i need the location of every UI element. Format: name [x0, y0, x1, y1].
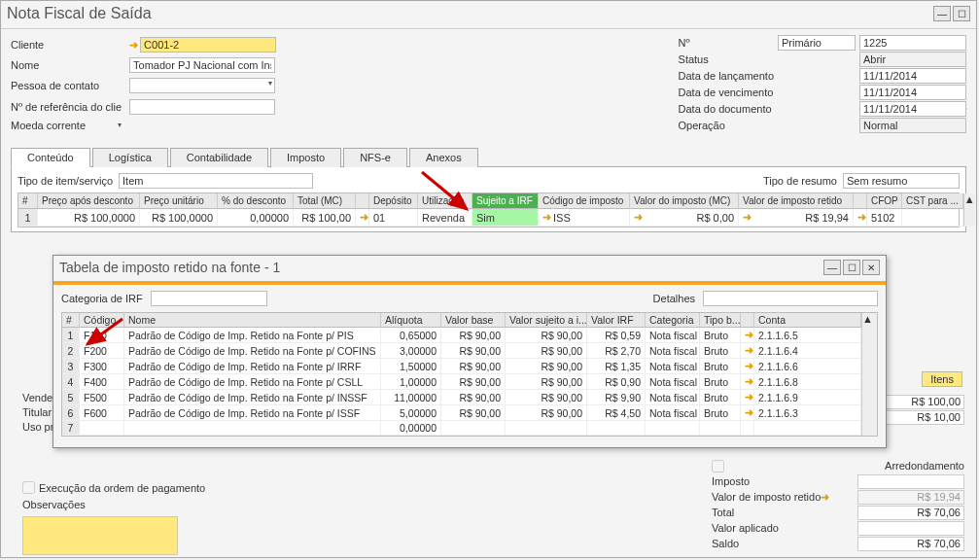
- irf-cell-conta[interactable]: 2.1.1.6.8: [754, 374, 861, 390]
- ref-input[interactable]: [129, 99, 275, 115]
- irf-cell-nome[interactable]: Padrão de Código de Imp. Retido na Fonte…: [124, 405, 381, 421]
- irf-cell-cod[interactable]: F200: [80, 343, 124, 359]
- irf-cell-irf[interactable]: [587, 421, 646, 436]
- irf-cell-tipo[interactable]: Bruto: [700, 390, 741, 405]
- irf-row-num[interactable]: 4: [62, 374, 80, 390]
- irf-cell-conta[interactable]: 2.1.1.6.6: [754, 359, 861, 374]
- cell-dep[interactable]: 01: [369, 209, 418, 227]
- irf-col-valorsuj[interactable]: Valor sujeito a i...: [506, 313, 587, 328]
- irf-row-num[interactable]: 2: [62, 343, 80, 359]
- irf-cell-cod[interactable]: F400: [80, 374, 124, 390]
- irf-col-aliquota[interactable]: Alíquota: [381, 313, 441, 328]
- irf-cell-suj[interactable]: R$ 90,00: [506, 359, 587, 374]
- irf-cell-conta[interactable]: [754, 421, 861, 436]
- irf-cell-irf[interactable]: R$ 1,35: [587, 359, 646, 374]
- col-cfop[interactable]: CFOP: [867, 193, 902, 209]
- tab-imposto[interactable]: Imposto: [270, 148, 341, 167]
- modal-minimize-button[interactable]: —: [823, 260, 841, 275]
- irf-cell-irf[interactable]: R$ 9,90: [587, 390, 646, 405]
- irf-col-valorirf[interactable]: Valor IRF: [587, 313, 646, 328]
- irf-cell-cod[interactable]: F500: [80, 390, 124, 405]
- irf-cell-nome[interactable]: Padrão de Código de Imp. Retido na Fonte…: [124, 374, 381, 390]
- obs-textarea[interactable]: [22, 516, 178, 555]
- irf-cell-suj[interactable]: R$ 90,00: [506, 374, 587, 390]
- tab-logistica[interactable]: Logística: [92, 148, 168, 167]
- irf-cell-aliq[interactable]: 1,50000: [381, 359, 441, 374]
- irf-cell-base[interactable]: R$ 90,00: [441, 374, 506, 390]
- col-valor-retido[interactable]: Valor de imposto retido: [739, 193, 854, 209]
- irf-row-num[interactable]: 6: [62, 405, 80, 421]
- irf-cell-tipo[interactable]: Bruto: [700, 328, 741, 343]
- irf-row[interactable]: 2F200Padrão de Código de Imp. Retido na …: [62, 343, 861, 359]
- link-arrow-icon[interactable]: ➜: [745, 329, 753, 341]
- irf-cell-irf[interactable]: R$ 0,90: [587, 374, 646, 390]
- irf-col-codigo[interactable]: Código: [80, 313, 124, 328]
- venc-input[interactable]: [859, 85, 966, 100]
- irf-cell-irf[interactable]: R$ 2,70: [587, 343, 646, 359]
- irf-cell-suj[interactable]: R$ 90,00: [506, 328, 587, 343]
- irf-cell-tipo[interactable]: Bruto: [700, 405, 741, 421]
- irf-col-conta[interactable]: Conta: [754, 313, 861, 328]
- tab-anexos[interactable]: Anexos: [409, 148, 478, 167]
- irf-cell-arrow[interactable]: ➜: [741, 405, 754, 421]
- irf-cell-arrow[interactable]: ➜: [741, 328, 754, 343]
- tab-nfse[interactable]: NFS-e: [343, 148, 407, 167]
- col-cod-imposto[interactable]: Código de imposto: [539, 193, 630, 209]
- exec-ordem-check[interactable]: [22, 481, 35, 494]
- irf-cell-arrow[interactable]: ➜: [741, 374, 754, 390]
- irf-cell-suj[interactable]: R$ 90,00: [506, 390, 587, 405]
- itens-button[interactable]: Itens: [922, 371, 962, 387]
- link-arrow-icon[interactable]: ➜: [745, 406, 753, 419]
- irf-cell-suj[interactable]: R$ 90,00: [506, 343, 587, 359]
- irf-cell-cat[interactable]: Nota fiscal: [646, 374, 700, 390]
- irf-row[interactable]: 6F600Padrão de Código de Imp. Retido na …: [62, 405, 861, 421]
- irf-cell-base[interactable]: R$ 90,00: [441, 405, 506, 421]
- irf-cell-tipo[interactable]: Bruto: [700, 374, 741, 390]
- num-input[interactable]: [859, 35, 966, 51]
- irf-row-num[interactable]: 5: [62, 390, 80, 405]
- cell-irf[interactable]: Sim: [472, 209, 539, 227]
- items-grid[interactable]: # Preço após desconto Preço unitário % d…: [17, 192, 960, 228]
- arred-check[interactable]: [712, 460, 724, 472]
- irf-cell-cod[interactable]: F300: [80, 359, 124, 374]
- detalhes-input[interactable]: [703, 291, 878, 306]
- irf-row[interactable]: 4F400Padrão de Código de Imp. Retido na …: [62, 374, 861, 390]
- cell-valret[interactable]: ➜R$ 19,94: [739, 209, 854, 227]
- maximize-button[interactable]: ☐: [953, 6, 970, 21]
- link-arrow-icon[interactable]: ➜: [360, 211, 368, 224]
- col-hash[interactable]: #: [18, 193, 38, 209]
- irf-scrollbar[interactable]: ▲: [861, 313, 877, 436]
- link-arrow-icon[interactable]: ➜: [745, 344, 753, 357]
- irf-grid[interactable]: # Código Nome Alíquota Valor base Valor …: [61, 312, 878, 437]
- col-sujeito-irf[interactable]: Sujeito a IRF: [472, 193, 539, 209]
- link-arrow-icon[interactable]: ➜: [857, 211, 866, 224]
- irf-col-valorbase[interactable]: Valor base: [441, 313, 506, 328]
- link-arrow-icon[interactable]: ➜: [821, 491, 829, 504]
- irf-cell-conta[interactable]: 2.1.1.6.9: [754, 390, 861, 405]
- irf-cell-conta[interactable]: 2.1.1.6.4: [754, 343, 861, 359]
- irf-cell-cat[interactable]: Nota fiscal: [646, 343, 700, 359]
- irf-cell-aliq[interactable]: 11,00000: [381, 390, 441, 405]
- exec-ordem-checkbox[interactable]: Execução da ordem de pagamento: [22, 481, 205, 494]
- link-arrow-icon[interactable]: ➜: [542, 211, 551, 224]
- aplic-val[interactable]: [857, 521, 964, 536]
- irf-row[interactable]: 5F500Padrão de Código de Imp. Retido na …: [62, 390, 861, 405]
- irf-cell-arrow[interactable]: ➜: [741, 343, 754, 359]
- irf-row-num[interactable]: 1: [62, 328, 80, 343]
- irf-col-categoria[interactable]: Categoria: [646, 313, 700, 328]
- cell-unit[interactable]: R$ 100,0000: [140, 209, 218, 227]
- irf-cell-cat[interactable]: Nota fiscal: [646, 328, 700, 343]
- col-cst[interactable]: CST para ...: [902, 193, 963, 209]
- cell-desc[interactable]: 0,00000: [218, 209, 294, 227]
- irf-cell-irf[interactable]: R$ 4,50: [587, 405, 646, 421]
- irf-cell-arrow[interactable]: [741, 421, 754, 436]
- irf-cell-arrow[interactable]: ➜: [741, 390, 754, 405]
- cell-cfop[interactable]: 5102: [867, 209, 902, 227]
- irf-cell-nome[interactable]: Padrão de Código de Imp. Retido na Fonte…: [124, 359, 381, 374]
- irf-cell-irf[interactable]: R$ 0,59: [587, 328, 646, 343]
- col-valor-imposto[interactable]: Valor do imposto (MC): [630, 193, 739, 209]
- num-serie-select[interactable]: [778, 35, 856, 51]
- irf-col-nome[interactable]: Nome: [124, 313, 381, 328]
- irf-cell-tipo[interactable]: Bruto: [700, 359, 741, 374]
- items-grid-row[interactable]: 1 R$ 100,0000 R$ 100,0000 0,00000 R$ 100…: [18, 209, 963, 227]
